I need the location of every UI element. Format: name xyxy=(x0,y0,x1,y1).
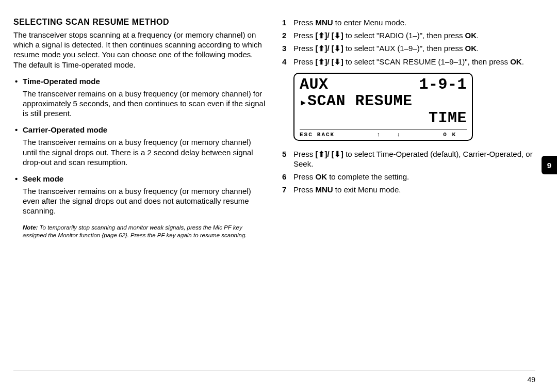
mode-carrier-operated: Carrier-Operated mode The transceiver re… xyxy=(23,125,267,167)
step-6: 6 Press OK to complete the setting. xyxy=(282,172,535,182)
mnu-key: MNU xyxy=(316,185,333,194)
step-4: 4 Press [⬆]/ [⬇] to select "SCAN RESUME … xyxy=(282,57,535,67)
lcd-esc: ESC xyxy=(300,132,313,138)
mode-title: Carrier-Operated mode xyxy=(23,125,267,134)
footer-divider xyxy=(13,370,535,370)
lcd-menu-code: 1-9-1 xyxy=(419,77,467,92)
lcd-line3-text: TIME xyxy=(300,110,467,126)
step-text: . xyxy=(477,44,479,53)
lcd-aux-label: AUX xyxy=(300,77,329,92)
step-text: to exit Menu mode. xyxy=(333,185,401,194)
step-number: 4 xyxy=(282,57,286,67)
step-text: Press xyxy=(293,31,316,40)
lcd-back: BACK xyxy=(317,132,335,138)
lcd-softkey-row: ESC BACK ↑ ↓ O K xyxy=(300,129,467,138)
mode-body: The transceiver remains on a busy freque… xyxy=(23,186,267,216)
step-5: 5 Press [⬆]/ [⬇] to select Time-Operated… xyxy=(282,149,535,169)
lcd-cursor-icon xyxy=(300,92,307,110)
mode-seek: Seek mode The transceiver remains on a b… xyxy=(23,174,267,216)
ok-key: OK xyxy=(510,57,522,66)
lcd-up-icon: ↑ xyxy=(377,132,382,138)
section-heading: SELECTING SCAN RESUME METHOD xyxy=(13,18,267,27)
note-label: Note: xyxy=(23,224,38,231)
ok-key: OK xyxy=(465,44,477,53)
step-text: Press xyxy=(293,44,316,53)
lcd-ok: O K xyxy=(443,132,456,138)
note-block: Note: To temporarily stop scanning and m… xyxy=(13,224,267,239)
step-2: 2 Press [⬆]/ [⬇] to select "RADIO (1–)",… xyxy=(282,30,535,40)
step-text: . xyxy=(477,31,479,40)
step-text: to select "RADIO (1–)", then press xyxy=(343,31,465,40)
step-3: 3 Press [⬆]/ [⬇] to select "AUX (1–9–)",… xyxy=(282,43,535,53)
step-text: to select "SCAN RESUME (1–9–1)", then pr… xyxy=(343,57,510,66)
step-text: Press xyxy=(293,57,316,66)
mode-list: Time-Operated mode The transceiver remai… xyxy=(13,77,267,216)
lcd-illustration: AUX 1-9-1 SCAN RESUME TIME ESC BACK ↑ xyxy=(293,73,473,141)
mode-title: Time-Operated mode xyxy=(23,77,267,86)
step-1: 1 Press MNU to enter Menu mode. xyxy=(282,18,535,27)
note-body: To temporarily stop scanning and monitor… xyxy=(23,224,247,238)
mode-title: Seek mode xyxy=(23,174,267,183)
section-tab: 9 xyxy=(542,156,557,174)
manual-page: SELECTING SCAN RESUME METHOD The transce… xyxy=(0,0,557,361)
step-number: 7 xyxy=(282,185,286,194)
step-text: Press xyxy=(293,18,316,27)
lcd-screen: AUX 1-9-1 SCAN RESUME TIME ESC BACK ↑ xyxy=(293,73,473,141)
step-text: to enter Menu mode. xyxy=(333,18,407,27)
arrow-keys: [⬆]/ [⬇] xyxy=(316,44,343,53)
left-column: SELECTING SCAN RESUME METHOD The transce… xyxy=(13,18,267,361)
mode-body: The transceiver remains on a busy freque… xyxy=(23,137,267,167)
step-7: 7 Press MNU to exit Menu mode. xyxy=(282,185,535,194)
step-number: 2 xyxy=(282,30,286,40)
arrow-keys: [⬆]/ [⬇] xyxy=(316,31,343,40)
step-text: Press xyxy=(293,185,316,194)
lcd-down-icon: ↓ xyxy=(397,132,401,138)
step-text: Press xyxy=(293,150,316,158)
mode-body: The transceiver remains on a busy freque… xyxy=(23,89,267,119)
intro-paragraph: The transceiver stops scanning at a freq… xyxy=(13,30,267,70)
step-number: 1 xyxy=(282,18,286,27)
arrow-keys: [⬆]/ [⬇] xyxy=(316,57,343,66)
step-number: 6 xyxy=(282,172,286,182)
step-number: 3 xyxy=(282,43,286,53)
ok-key: OK xyxy=(316,172,327,181)
step-text: Press xyxy=(293,172,316,181)
ok-key: OK xyxy=(465,31,477,40)
procedure-steps: 1 Press MNU to enter Menu mode. 2 Press … xyxy=(282,18,535,195)
step-text: to complete the setting. xyxy=(327,172,409,181)
right-column: 1 Press MNU to enter Menu mode. 2 Press … xyxy=(282,18,535,361)
mode-time-operated: Time-Operated mode The transceiver remai… xyxy=(23,77,267,119)
arrow-keys: [⬆]/ [⬇] xyxy=(316,150,343,158)
step-text: to select "AUX (1–9–)", then press xyxy=(343,44,465,53)
mnu-key: MNU xyxy=(316,18,333,27)
step-text: . xyxy=(522,57,524,66)
page-number: 49 xyxy=(527,375,535,384)
lcd-line2-text: SCAN RESUME xyxy=(307,92,413,110)
step-number: 5 xyxy=(282,149,286,159)
